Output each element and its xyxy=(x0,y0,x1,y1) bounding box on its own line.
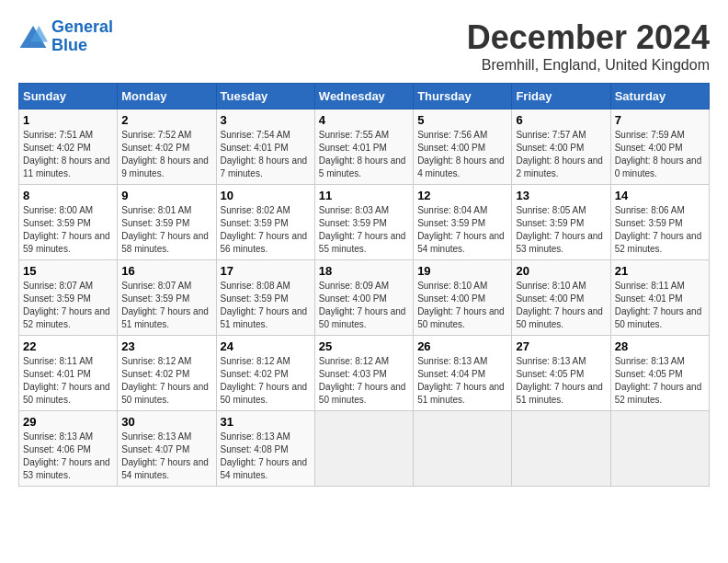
day-number: 30 xyxy=(121,415,211,429)
cell-details: Sunrise: 8:10 AMSunset: 4:00 PMDaylight:… xyxy=(516,280,606,331)
calendar-cell: 4Sunrise: 7:55 AMSunset: 4:01 PMDaylight… xyxy=(314,109,413,185)
cell-details: Sunrise: 7:54 AMSunset: 4:01 PMDaylight:… xyxy=(221,129,311,180)
cell-details: Sunrise: 8:08 AMSunset: 3:59 PMDaylight:… xyxy=(221,280,311,331)
day-number: 27 xyxy=(516,339,606,353)
day-number: 12 xyxy=(417,189,507,202)
calendar-cell: 23Sunrise: 8:12 AMSunset: 4:02 PMDayligh… xyxy=(118,336,216,411)
calendar-cell: 27Sunrise: 8:13 AMSunset: 4:05 PMDayligh… xyxy=(512,336,610,411)
calendar-cell: 25Sunrise: 8:12 AMSunset: 4:03 PMDayligh… xyxy=(314,336,413,411)
calendar-cell: 30Sunrise: 8:13 AMSunset: 4:07 PMDayligh… xyxy=(118,411,216,487)
cell-details: Sunrise: 8:12 AMSunset: 4:02 PMDaylight:… xyxy=(121,355,211,407)
day-number: 6 xyxy=(516,113,606,127)
calendar-cell: 13Sunrise: 8:05 AMSunset: 3:59 PMDayligh… xyxy=(512,185,610,260)
logo-text: General Blue xyxy=(51,18,113,55)
cell-details: Sunrise: 8:12 AMSunset: 4:03 PMDaylight:… xyxy=(319,355,409,407)
cell-details: Sunrise: 7:56 AMSunset: 4:00 PMDaylight:… xyxy=(417,129,507,180)
cell-details: Sunrise: 8:13 AMSunset: 4:06 PMDaylight:… xyxy=(23,431,113,482)
calendar-cell: 24Sunrise: 8:12 AMSunset: 4:02 PMDayligh… xyxy=(216,336,314,411)
page-title: December 2024 xyxy=(467,18,710,57)
cell-details: Sunrise: 7:52 AMSunset: 4:02 PMDaylight:… xyxy=(121,129,211,180)
cell-details: Sunrise: 8:07 AMSunset: 3:59 PMDaylight:… xyxy=(121,280,211,331)
cell-details: Sunrise: 8:12 AMSunset: 4:02 PMDaylight:… xyxy=(221,355,311,407)
cell-details: Sunrise: 8:13 AMSunset: 4:08 PMDaylight:… xyxy=(221,431,311,482)
cell-details: Sunrise: 8:13 AMSunset: 4:05 PMDaylight:… xyxy=(516,355,606,407)
calendar-cell: 26Sunrise: 8:13 AMSunset: 4:04 PMDayligh… xyxy=(414,336,512,411)
cell-details: Sunrise: 8:05 AMSunset: 3:59 PMDaylight:… xyxy=(516,204,606,256)
calendar-week-1: 1Sunrise: 7:51 AMSunset: 4:02 PMDaylight… xyxy=(19,109,710,185)
day-number: 22 xyxy=(23,339,113,353)
calendar-cell: 31Sunrise: 8:13 AMSunset: 4:08 PMDayligh… xyxy=(216,411,314,487)
calendar-cell: 12Sunrise: 8:04 AMSunset: 3:59 PMDayligh… xyxy=(414,185,512,260)
cell-details: Sunrise: 7:57 AMSunset: 4:00 PMDaylight:… xyxy=(516,129,606,180)
cell-details: Sunrise: 7:55 AMSunset: 4:01 PMDaylight:… xyxy=(319,129,409,180)
cell-details: Sunrise: 8:00 AMSunset: 3:59 PMDaylight:… xyxy=(23,204,113,256)
day-number: 18 xyxy=(319,264,409,278)
day-number: 25 xyxy=(319,339,409,353)
day-number: 28 xyxy=(615,339,705,353)
calendar-cell: 17Sunrise: 8:08 AMSunset: 3:59 PMDayligh… xyxy=(216,260,314,336)
cell-details: Sunrise: 8:11 AMSunset: 4:01 PMDaylight:… xyxy=(615,280,705,331)
cell-details: Sunrise: 7:51 AMSunset: 4:02 PMDaylight:… xyxy=(23,129,113,180)
cell-details: Sunrise: 7:59 AMSunset: 4:00 PMDaylight:… xyxy=(615,129,705,180)
calendar-cell: 20Sunrise: 8:10 AMSunset: 4:00 PMDayligh… xyxy=(512,260,610,336)
day-number: 13 xyxy=(516,189,606,202)
calendar-cell: 7Sunrise: 7:59 AMSunset: 4:00 PMDaylight… xyxy=(610,109,709,185)
header-tuesday: Tuesday xyxy=(216,84,314,109)
day-number: 17 xyxy=(221,264,311,278)
calendar-cell xyxy=(414,411,512,487)
day-number: 7 xyxy=(615,113,705,127)
calendar-cell: 10Sunrise: 8:02 AMSunset: 3:59 PMDayligh… xyxy=(216,185,314,260)
logo: General Blue xyxy=(18,18,113,55)
day-number: 11 xyxy=(319,189,409,202)
day-number: 19 xyxy=(417,264,507,278)
calendar-cell: 15Sunrise: 8:07 AMSunset: 3:59 PMDayligh… xyxy=(19,260,118,336)
day-number: 31 xyxy=(221,415,311,429)
logo-general: General xyxy=(51,17,113,36)
calendar-cell: 6Sunrise: 7:57 AMSunset: 4:00 PMDaylight… xyxy=(512,109,610,185)
calendar-cell: 19Sunrise: 8:10 AMSunset: 4:00 PMDayligh… xyxy=(414,260,512,336)
day-number: 16 xyxy=(121,264,211,278)
calendar-cell xyxy=(610,411,709,487)
cell-details: Sunrise: 8:02 AMSunset: 3:59 PMDaylight:… xyxy=(221,204,311,256)
cell-details: Sunrise: 8:03 AMSunset: 3:59 PMDaylight:… xyxy=(319,204,409,256)
header-wednesday: Wednesday xyxy=(314,84,413,109)
day-number: 8 xyxy=(23,189,113,202)
cell-details: Sunrise: 8:06 AMSunset: 3:59 PMDaylight:… xyxy=(615,204,705,256)
day-number: 2 xyxy=(121,113,211,127)
cell-details: Sunrise: 8:13 AMSunset: 4:04 PMDaylight:… xyxy=(417,355,507,407)
calendar-week-5: 29Sunrise: 8:13 AMSunset: 4:06 PMDayligh… xyxy=(19,411,710,487)
calendar-cell: 18Sunrise: 8:09 AMSunset: 4:00 PMDayligh… xyxy=(314,260,413,336)
calendar-week-2: 8Sunrise: 8:00 AMSunset: 3:59 PMDaylight… xyxy=(19,185,710,260)
day-number: 24 xyxy=(221,339,311,353)
day-number: 5 xyxy=(417,113,507,127)
calendar-cell: 2Sunrise: 7:52 AMSunset: 4:02 PMDaylight… xyxy=(118,109,216,185)
day-number: 26 xyxy=(417,339,507,353)
day-number: 23 xyxy=(121,339,211,353)
calendar-cell: 5Sunrise: 7:56 AMSunset: 4:00 PMDaylight… xyxy=(414,109,512,185)
day-number: 29 xyxy=(23,415,113,429)
cell-details: Sunrise: 8:04 AMSunset: 3:59 PMDaylight:… xyxy=(417,204,507,256)
calendar-cell: 16Sunrise: 8:07 AMSunset: 3:59 PMDayligh… xyxy=(118,260,216,336)
title-block: December 2024 Bremhill, England, United … xyxy=(467,18,710,74)
day-number: 14 xyxy=(615,189,705,202)
day-number: 10 xyxy=(221,189,311,202)
calendar-cell: 29Sunrise: 8:13 AMSunset: 4:06 PMDayligh… xyxy=(19,411,118,487)
day-number: 4 xyxy=(319,113,409,127)
calendar-cell: 3Sunrise: 7:54 AMSunset: 4:01 PMDaylight… xyxy=(216,109,314,185)
calendar-cell: 14Sunrise: 8:06 AMSunset: 3:59 PMDayligh… xyxy=(610,185,709,260)
calendar-cell: 28Sunrise: 8:13 AMSunset: 4:05 PMDayligh… xyxy=(610,336,709,411)
day-number: 3 xyxy=(221,113,311,127)
header-thursday: Thursday xyxy=(414,84,512,109)
header-friday: Friday xyxy=(512,84,610,109)
calendar-cell: 11Sunrise: 8:03 AMSunset: 3:59 PMDayligh… xyxy=(314,185,413,260)
page-subtitle: Bremhill, England, United Kingdom xyxy=(467,57,710,74)
cell-details: Sunrise: 8:13 AMSunset: 4:07 PMDaylight:… xyxy=(121,431,211,482)
calendar-cell: 9Sunrise: 8:01 AMSunset: 3:59 PMDaylight… xyxy=(118,185,216,260)
calendar-header-row: SundayMondayTuesdayWednesdayThursdayFrid… xyxy=(19,84,710,109)
logo-blue: Blue xyxy=(51,36,87,54)
cell-details: Sunrise: 8:07 AMSunset: 3:59 PMDaylight:… xyxy=(23,280,113,331)
calendar-cell xyxy=(512,411,610,487)
calendar-week-4: 22Sunrise: 8:11 AMSunset: 4:01 PMDayligh… xyxy=(19,336,710,411)
day-number: 20 xyxy=(516,264,606,278)
calendar-week-3: 15Sunrise: 8:07 AMSunset: 3:59 PMDayligh… xyxy=(19,260,710,336)
